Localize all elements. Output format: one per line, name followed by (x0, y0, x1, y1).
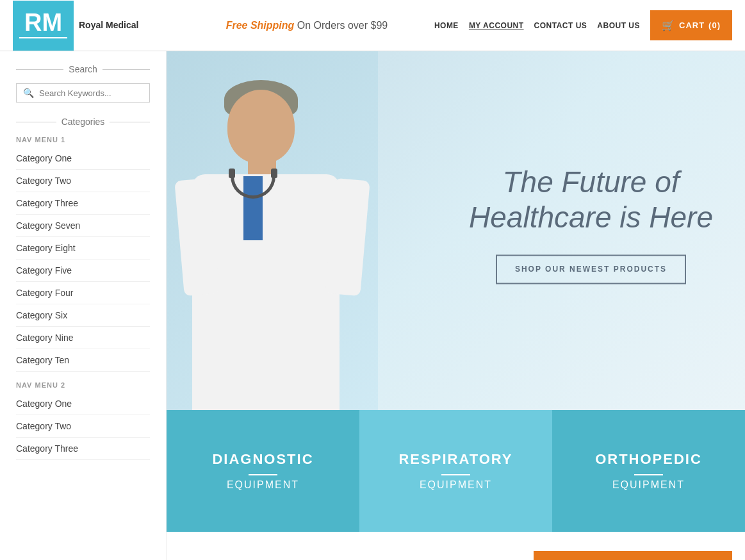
free-shipping-sub: On Orders over $99 (297, 20, 388, 31)
nav-menu-1-label: NAV MENU 1 (16, 136, 150, 144)
respiratory-divider (441, 474, 470, 475)
header-nav: HOME MY ACCOUNT CONTACT US ABOUT US 🛒 CA… (434, 10, 732, 40)
cart-label: CART (679, 21, 705, 30)
sidebar: Search 🔍 Categories NAV MENU 1 Category … (0, 51, 167, 560)
sidebar-item-cat-eight-m1[interactable]: Category Eight (16, 237, 150, 259)
search-box: 🔍 (16, 83, 150, 103)
orthopedic-title: ORTHOPEDIC (595, 451, 702, 468)
search-input[interactable] (39, 88, 143, 98)
free-shipping-banner: Free Shipping On Orders over $99 (179, 20, 434, 31)
sidebar-item-cat-two-m1[interactable]: Category Two (16, 170, 150, 192)
header: RM Royal Medical Free Shipping On Orders… (0, 0, 745, 51)
orthopedic-card[interactable]: ORTHOPEDIC EQUIPMENT (552, 410, 745, 532)
nav-contact-us[interactable]: CONTACT US (534, 21, 587, 30)
diagnostic-card[interactable]: DIAGNOSTIC EQUIPMENT (167, 410, 359, 532)
hero-text: The Future of Healthcare is Here SHOP OU… (469, 165, 713, 284)
sidebar-item-cat-four-m1[interactable]: Category Four (16, 282, 150, 304)
respiratory-subtitle: EQUIPMENT (420, 479, 492, 491)
bulk-orders-section: BULK ORDERS? LET US HELP (179, 551, 521, 560)
sidebar-item-cat-three-m2[interactable]: Category Three (16, 438, 150, 460)
bulk-orders-headline: BULK ORDERS? (179, 557, 521, 560)
search-icon: 🔍 (23, 88, 34, 98)
orthopedic-divider (634, 474, 663, 475)
logo-area: RM Royal Medical (13, 1, 179, 51)
diagnostic-divider (249, 474, 277, 475)
hero-doctor-figure (167, 51, 378, 410)
sidebar-item-cat-ten-m1[interactable]: Category Ten (16, 349, 150, 372)
cart-count: (0) (708, 21, 721, 30)
nav-home[interactable]: HOME (434, 21, 459, 30)
categories-section-title: Categories (16, 117, 150, 127)
respiratory-title: RESPIRATORY (398, 451, 512, 468)
hero-section: The Future of Healthcare is Here SHOP OU… (167, 51, 745, 410)
diagnostic-subtitle: EQUIPMENT (227, 479, 299, 491)
hero-headline: The Future of Healthcare is Here (469, 165, 713, 235)
sidebar-item-cat-one-m2[interactable]: Category One (16, 393, 150, 415)
respiratory-card[interactable]: RESPIRATORY EQUIPMENT (359, 410, 552, 532)
brand-name: Royal Medical (74, 19, 138, 31)
nav-about-us[interactable]: ABOUT US (597, 21, 640, 30)
nav-menu-2-label: NAV MENU 2 (16, 381, 150, 389)
main-layout: Search 🔍 Categories NAV MENU 1 Category … (0, 51, 745, 560)
logo-rm-text: RM (24, 10, 62, 35)
diagnostic-title: DIAGNOSTIC (212, 451, 313, 468)
shop-newest-button[interactable]: SHOP OUR NEWEST PRODUCTS (496, 255, 686, 284)
sidebar-item-cat-six-m1[interactable]: Category Six (16, 304, 150, 327)
sidebar-item-cat-two-m2[interactable]: Category Two (16, 415, 150, 438)
content-area: The Future of Healthcare is Here SHOP OU… (167, 51, 745, 560)
sidebar-item-cat-one-m1[interactable]: Category One (16, 147, 150, 170)
sidebar-item-cat-nine-m1[interactable]: Category Nine (16, 327, 150, 349)
free-shipping-label: Free Shipping (226, 20, 295, 31)
orthopedic-subtitle: EQUIPMENT (612, 479, 685, 491)
logo-divider (19, 37, 67, 38)
cart-icon: 🛒 (662, 19, 675, 31)
cart-button[interactable]: 🛒 CART (0) (650, 10, 732, 40)
nav-my-account[interactable]: MY ACCOUNT (469, 21, 524, 30)
logo-box: RM (13, 1, 74, 51)
category-cards: DIAGNOSTIC EQUIPMENT RESPIRATORY EQUIPME… (167, 410, 745, 532)
nav-menu-1: NAV MENU 1 Category One Category Two Cat… (16, 136, 150, 372)
nav-menu-2: NAV MENU 2 Category One Category Two Cat… (16, 381, 150, 460)
sidebar-item-cat-five-m1[interactable]: Category Five (16, 259, 150, 282)
sidebar-item-cat-three-m1[interactable]: Category Three (16, 192, 150, 215)
bottom-section: BULK ORDERS? LET US HELP GET THE ROYAL T… (167, 532, 745, 560)
search-section-title: Search (16, 64, 150, 74)
sidebar-item-cat-seven-m1[interactable]: Category Seven (16, 215, 150, 237)
promo-box[interactable]: GET THE ROYAL TREATMENT (534, 551, 732, 560)
